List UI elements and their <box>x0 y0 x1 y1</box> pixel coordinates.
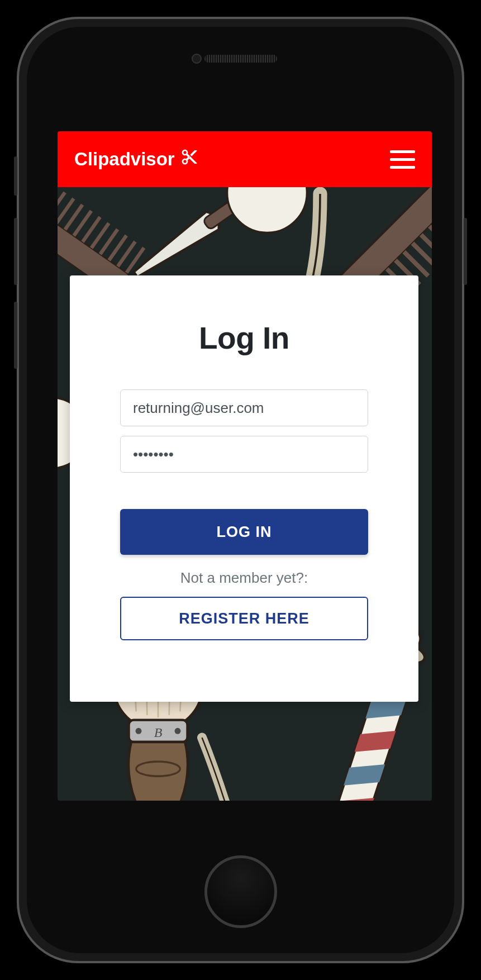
login-button[interactable]: LOG IN <box>120 509 368 555</box>
not-member-text: Not a member yet?: <box>120 569 368 587</box>
hamburger-icon[interactable] <box>390 150 415 169</box>
phone-home-button[interactable] <box>204 855 277 928</box>
register-button[interactable]: REGISTER HERE <box>120 597 368 640</box>
brand-logo[interactable]: Clipadvisor <box>74 148 198 170</box>
password-input[interactable] <box>120 436 368 473</box>
svg-text:B: B <box>154 725 163 740</box>
phone-bezel: Clipadvisor <box>27 27 454 953</box>
phone-side-button <box>14 218 17 285</box>
email-input[interactable] <box>120 389 368 426</box>
phone-side-button <box>464 218 467 285</box>
brand-text: Clipadvisor <box>74 149 175 170</box>
phone-frame: Clipadvisor <box>17 17 464 963</box>
scissors-icon <box>180 148 198 170</box>
svg-point-40 <box>136 728 142 734</box>
login-card: Log In LOG IN Not a member yet?: REGISTE… <box>70 275 418 702</box>
app-header: Clipadvisor <box>58 131 432 187</box>
phone-camera <box>192 54 202 64</box>
phone-speaker <box>204 55 277 63</box>
phone-side-button <box>14 156 17 196</box>
phone-screen: Clipadvisor <box>58 131 432 801</box>
login-title: Log In <box>120 320 368 356</box>
phone-top-sensors <box>27 55 454 63</box>
phone-side-button <box>14 302 17 369</box>
svg-point-41 <box>175 728 181 734</box>
